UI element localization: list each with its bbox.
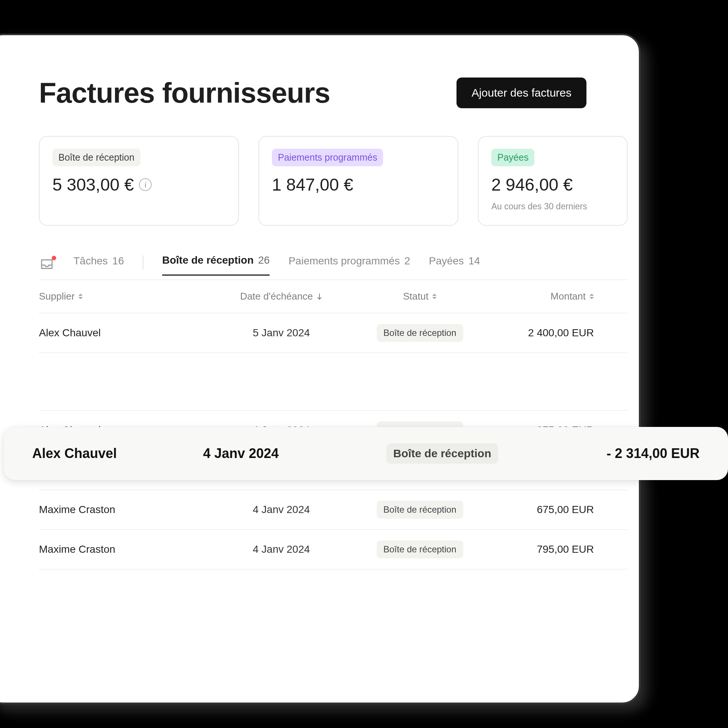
tab-paid[interactable]: Payées 14 [429, 255, 480, 275]
summary-value-inbox: 5 303,00 € [52, 174, 134, 195]
cell-supplier: Alex Chauvel [39, 327, 212, 339]
tab-inbox-count: 26 [258, 254, 270, 266]
th-amount-label: Montant [551, 291, 586, 302]
tab-scheduled-label: Paiements programmés [288, 255, 399, 267]
tab-inbox[interactable]: Boîte de réception 26 [162, 254, 270, 275]
info-icon[interactable]: i [139, 178, 151, 191]
status-badge: Boîte de réception [377, 501, 463, 518]
highlight-status-badge: Boîte de réception [387, 444, 498, 463]
th-due-date[interactable]: Date d'échéance [212, 291, 350, 302]
cell-date: 4 Janv 2024 [212, 543, 350, 555]
divider-icon [143, 255, 144, 270]
tab-inbox-label: Boîte de réception [162, 254, 254, 266]
summary-card-inbox[interactable]: Boîte de réception 5 303,00 € i [39, 136, 239, 226]
th-supplier[interactable]: Supplier [39, 291, 212, 302]
tabs-bar: Tâches 16 Boîte de réception 26 Paiement… [39, 254, 628, 275]
inbox-tray-icon[interactable] [39, 257, 55, 273]
cell-amount: 2 400,00 EUR [489, 327, 628, 339]
tab-tasks-count: 16 [112, 255, 124, 267]
table-row[interactable]: Maxime Craston4 Janv 2024Boîte de récept… [39, 530, 628, 570]
arrow-down-icon [317, 293, 323, 300]
tab-tasks-label: Tâches [73, 255, 108, 267]
table-row[interactable]: Alex Chauvel5 Janv 2024Boîte de réceptio… [39, 314, 628, 353]
tab-scheduled[interactable]: Paiements programmés 2 [288, 255, 410, 275]
tab-tasks[interactable]: Tâches 16 [73, 255, 124, 275]
summary-card-paid[interactable]: Payées 2 946,00 € Au cours des 30 dernie… [478, 136, 628, 226]
tab-paid-label: Payées [429, 255, 463, 267]
sort-icon [589, 294, 594, 299]
status-badge: Boîte de réception [377, 324, 463, 342]
notification-dot-icon [52, 256, 56, 260]
th-supplier-label: Supplier [39, 291, 75, 302]
cell-date: 5 Janv 2024 [212, 327, 350, 339]
th-status-label: Statut [403, 291, 428, 302]
sort-icon [78, 294, 83, 299]
table-row[interactable]: Maxime Craston4 Janv 2024Boîte de récept… [39, 490, 628, 530]
summary-value-paid: 2 946,00 € [491, 174, 573, 195]
cell-amount: 675,00 EUR [489, 504, 628, 515]
table-header: Supplier Date d'échéance Statut Montant [39, 279, 628, 314]
summary-chip-paid: Payées [491, 149, 534, 166]
th-status[interactable]: Statut [350, 291, 489, 302]
summary-value-scheduled: 1 847,00 € [272, 174, 353, 195]
cell-amount: 795,00 EUR [489, 543, 628, 555]
highlight-date: 4 Janv 2024 [203, 446, 357, 461]
summary-card-scheduled[interactable]: Paiements programmés 1 847,00 € [258, 136, 458, 226]
status-badge: Boîte de réception [377, 540, 463, 558]
tab-paid-count: 14 [468, 255, 480, 267]
sort-icon [432, 294, 437, 299]
tab-scheduled-count: 2 [404, 255, 410, 267]
highlight-supplier: Alex Chauvel [32, 446, 203, 461]
summary-chip-scheduled: Paiements programmés [272, 149, 383, 166]
highlighted-invoice-row[interactable]: Alex Chauvel 4 Janv 2024 Boîte de récept… [4, 427, 728, 480]
cell-supplier: Maxime Craston [39, 543, 212, 555]
cell-supplier: Maxime Craston [39, 504, 212, 515]
app-window: Factures fournisseurs Ajouter des factur… [0, 34, 640, 704]
summary-chip-inbox: Boîte de réception [52, 149, 141, 166]
page-title: Factures fournisseurs [39, 76, 330, 109]
summary-note-paid: Au cours des 30 derniers [491, 202, 614, 212]
th-amount[interactable]: Montant [489, 291, 628, 302]
add-invoices-button[interactable]: Ajouter des factures [456, 78, 586, 108]
highlight-amount: - 2 314,00 EUR [528, 446, 707, 461]
cell-date: 4 Janv 2024 [212, 504, 350, 515]
th-due-label: Date d'échéance [240, 291, 313, 302]
